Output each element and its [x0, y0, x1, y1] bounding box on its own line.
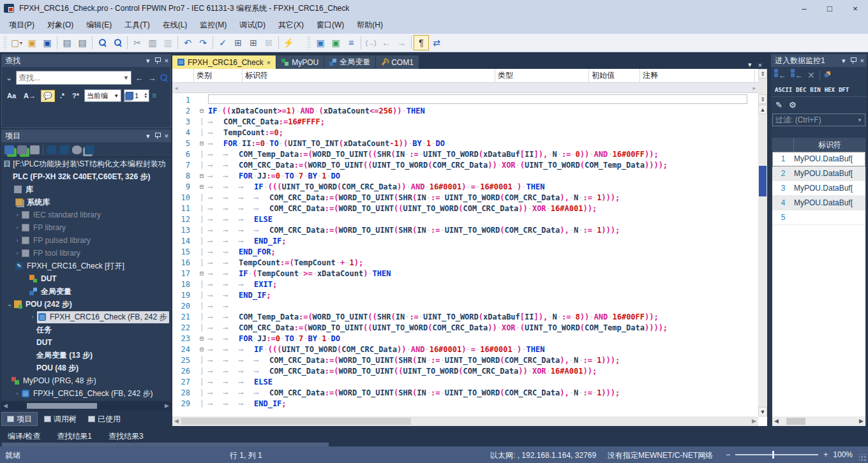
- tree-item-fpxh-crc16-check-open[interactable]: ✎FPXH_CRC16_Check [打开]: [1, 260, 171, 272]
- scroll-right-icon[interactable]: ▶: [165, 402, 169, 410]
- monitor-hscrollbar[interactable]: ◀ ▶: [772, 416, 865, 426]
- code-line[interactable]: 1: [172, 94, 758, 105]
- monitor-brackets-button[interactable]: (→): [363, 35, 378, 50]
- properties-icon[interactable]: [85, 145, 94, 154]
- watch-row[interactable]: 4MyPOU.DataBuf[: [772, 196, 865, 210]
- swap-chars-button[interactable]: ⇄: [429, 35, 444, 50]
- online-mode-button[interactable]: ⚡: [281, 35, 296, 50]
- code-line[interactable]: 19│⟶⟶END_IF;: [172, 290, 758, 300]
- find-button[interactable]: [94, 35, 110, 50]
- compile-all-button[interactable]: ⊞: [246, 35, 261, 50]
- whole-word-button[interactable]: A→: [21, 90, 38, 101]
- code-line[interactable]: 29│⟶⟶⟶END_IF;: [172, 398, 758, 409]
- regex-button[interactable]: .*: [57, 90, 67, 101]
- fold-margin[interactable]: ⊟: [195, 172, 208, 179]
- output-tab-0[interactable]: 编译/检查: [8, 431, 40, 442]
- paste-button[interactable]: ▥: [160, 35, 176, 50]
- add-dut-icon[interactable]: [17, 145, 27, 154]
- chevron-icon[interactable]: ›: [13, 390, 22, 397]
- close-button[interactable]: ×: [842, 0, 868, 17]
- watch-row[interactable]: 2MyPOU.DataBuf[: [772, 166, 865, 181]
- jump-forward-button[interactable]: →: [394, 35, 409, 50]
- code-line[interactable]: 13│⟶⟶⟶⟶COM_CRC_Data:=(WORD_TO_UINT(SHR(I…: [172, 224, 758, 235]
- close-icon[interactable]: ×: [165, 57, 168, 64]
- watch-row[interactable]: 3MyPOU.DataBuf[: [772, 181, 865, 196]
- var-grid-header-1[interactable]: 标识符: [243, 69, 495, 82]
- new-window-icon[interactable]: [47, 145, 56, 154]
- tree-item-global-vars-13[interactable]: 全局变量 (13 步): [1, 349, 171, 362]
- code-line[interactable]: 23⊟⟶⟶FOR·JJ:=0·TO·7·BY·1·DO: [172, 333, 758, 344]
- tree-item-mypou[interactable]: MyPOU (PRG, 48 步): [1, 374, 171, 387]
- hscroll-thumb[interactable]: [181, 418, 411, 425]
- code-line[interactable]: 17⊟⟶⟶IF·(TempCount·>=·xDataCount)·THEN: [172, 268, 758, 279]
- add-pou-icon[interactable]: [4, 145, 14, 154]
- chevron-icon[interactable]: ›: [13, 224, 22, 231]
- chevron-icon[interactable]: ›: [28, 314, 37, 320]
- chevron-down-icon[interactable]: ▾: [146, 57, 150, 65]
- zoom-slider[interactable]: [735, 454, 818, 455]
- tab-com1[interactable]: COM1: [376, 55, 419, 69]
- fold-margin[interactable]: │: [195, 151, 208, 158]
- tree-item-project-root[interactable]: 目 [F:\PLC功能块封装\ST结构化文本编程封装功: [1, 158, 171, 170]
- code-line[interactable]: 2⊟IF·((xDataCount>=1)·AND·(xDataCount<=2…: [172, 105, 758, 116]
- chevron-down-icon[interactable]: ▾: [748, 61, 752, 69]
- watch-row[interactable]: 5: [772, 210, 865, 225]
- code-line[interactable]: 11│⟶⟶⟶⟶COM_CRC_Data:=(WORD_TO_UINT((UINT…: [172, 203, 758, 214]
- fold-margin[interactable]: │: [195, 161, 208, 168]
- output-tab-2[interactable]: 查找结果3: [108, 431, 144, 442]
- chevron-icon[interactable]: ›: [13, 250, 22, 256]
- radix-button-bin[interactable]: BIN: [810, 87, 820, 93]
- code-line[interactable]: 12│⟶⟶⟶ELSE: [172, 214, 758, 224]
- watch-row[interactable]: 1MyPOU.DataBuf[: [772, 152, 865, 166]
- view-icon[interactable]: [72, 145, 82, 154]
- scroll-right-icon[interactable]: ▶: [752, 416, 756, 426]
- fold-margin[interactable]: │: [195, 248, 208, 255]
- tab-fpxh-crc16-check[interactable]: FPXH_CRC16_Check×: [172, 55, 276, 69]
- code-line[interactable]: 26│⟶⟶⟶⟶COM_CRC_Data:=(WORD_TO_UINT((UINT…: [172, 365, 758, 376]
- fold-margin[interactable]: │: [195, 205, 208, 212]
- fold-margin[interactable]: │: [195, 389, 208, 396]
- tree-item-fpxh-crc16-check-fb[interactable]: ›FPXH_CRC16_Check (FB, 242 步: [1, 311, 171, 323]
- splitter-icon[interactable]: ⇕: [758, 69, 767, 78]
- editor-hscrollbar[interactable]: ◀ ▶: [172, 416, 758, 426]
- code-line[interactable]: 7│⟶⟶COM_CRC_Data:=(WORD_TO_UINT((UINT_TO…: [172, 159, 758, 170]
- add-to-list-icon[interactable]: ≡: [152, 91, 156, 100]
- fold-margin[interactable]: │: [195, 281, 208, 288]
- dock-tab-项目[interactable]: 项目: [1, 412, 38, 426]
- zoom-out-button[interactable]: −: [726, 450, 730, 459]
- tree-item-library[interactable]: 库: [1, 183, 171, 196]
- chevron-down-icon[interactable]: ▾: [146, 132, 150, 140]
- window-cascade-button[interactable]: ▣: [328, 35, 343, 50]
- fold-margin[interactable]: │: [195, 259, 208, 266]
- tree-item-system-library[interactable]: 系统库: [1, 196, 171, 209]
- tree-item-fp-pulsed-library[interactable]: ›FP pulsed library: [1, 234, 171, 247]
- show-whitespace-button[interactable]: ¶: [414, 35, 429, 50]
- edit-pencil-icon[interactable]: ✎: [775, 100, 782, 110]
- code-line[interactable]: 14│⟶⟶⟶END_IF;: [172, 235, 758, 246]
- insert-row-after-icon[interactable]: ←: [791, 71, 803, 80]
- hscroll-thumb[interactable]: [27, 403, 97, 409]
- fold-margin[interactable]: ⊟: [195, 346, 208, 353]
- code-line[interactable]: 22│⟶⟶COM_CRC_Data:=(WORD_TO_UINT((UINT_T…: [172, 322, 758, 333]
- fold-margin[interactable]: │: [195, 226, 208, 233]
- find-in-files-button[interactable]: [110, 35, 125, 50]
- menu-item-6[interactable]: 调试(D): [233, 17, 272, 33]
- fold-margin[interactable]: │: [195, 118, 208, 125]
- fold-margin[interactable]: │: [195, 356, 208, 364]
- maximize-button[interactable]: □: [817, 0, 842, 17]
- close-icon[interactable]: ×: [860, 57, 864, 64]
- edit-object-icon[interactable]: [59, 145, 70, 154]
- editor-vscrollbar[interactable]: ⇕ ⇕ ▲ ▼: [758, 69, 767, 416]
- radix-button-ascii[interactable]: ASCII: [775, 87, 792, 93]
- find-search-combo[interactable]: ▼: [16, 71, 131, 85]
- tree-item-plc[interactable]: PLC (FP-XH 32k C40ET,C60ET, 326 步): [1, 170, 171, 183]
- tab-global-vars[interactable]: 全局变量: [324, 55, 375, 69]
- chevron-down-icon[interactable]: ▼: [123, 75, 129, 81]
- chevron-down-icon[interactable]: ▾: [842, 57, 846, 65]
- st-code-editor[interactable]: 12⊟IF·((xDataCount>=1)·AND·(xDataCount<=…: [172, 94, 758, 416]
- fold-margin[interactable]: │: [195, 216, 208, 223]
- chevron-icon[interactable]: ›: [13, 237, 22, 244]
- code-line[interactable]: 28│⟶⟶⟶⟶COM_CRC_Data:=(WORD_TO_UINT(SHR(I…: [172, 387, 758, 398]
- find-previous-button[interactable]: ←: [134, 73, 144, 83]
- search-icon[interactable]: [160, 74, 168, 82]
